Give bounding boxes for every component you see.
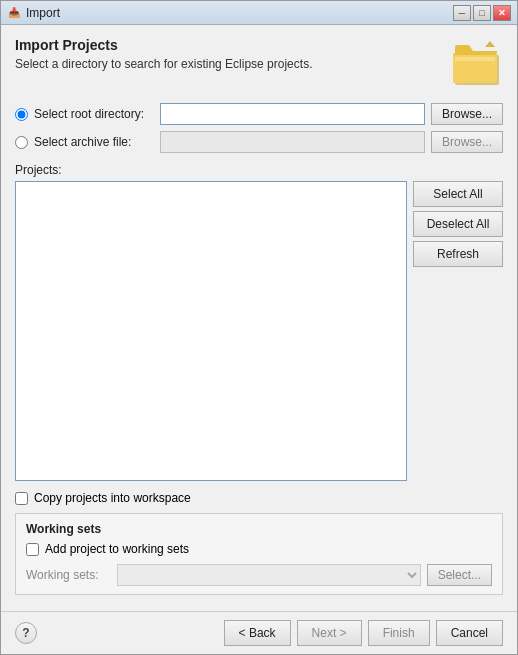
working-sets-label: Working sets: [26, 568, 111, 582]
add-to-working-sets-row: Add project to working sets [26, 542, 492, 556]
copy-projects-label: Copy projects into workspace [34, 491, 191, 505]
projects-area: Select All Deselect All Refresh [15, 181, 503, 481]
finish-button[interactable]: Finish [368, 620, 430, 646]
root-directory-label: Select root directory: [34, 107, 154, 121]
help-button[interactable]: ? [15, 622, 37, 644]
archive-browse-button[interactable]: Browse... [431, 131, 503, 153]
root-browse-button[interactable]: Browse... [431, 103, 503, 125]
header-area: Import Projects Select a directory to se… [15, 37, 503, 89]
working-sets-select-button[interactable]: Select... [427, 564, 492, 586]
form-section: Select root directory: Browse... Select … [15, 103, 503, 153]
select-all-button[interactable]: Select All [413, 181, 503, 207]
projects-label: Projects: [15, 163, 503, 177]
title-bar: 📥 Import ─ □ ✕ [1, 1, 517, 25]
working-sets-section: Working sets Add project to working sets… [15, 513, 503, 595]
archive-file-radio[interactable] [15, 136, 28, 149]
add-working-sets-checkbox[interactable] [26, 543, 39, 556]
copy-projects-checkbox[interactable] [15, 492, 28, 505]
working-sets-dropdown[interactable] [117, 564, 421, 586]
main-content: Import Projects Select a directory to se… [1, 25, 517, 611]
folder-icon [451, 37, 503, 89]
import-dialog: 📥 Import ─ □ ✕ Import Projects Select a … [0, 0, 518, 655]
root-directory-input[interactable] [160, 103, 425, 125]
close-button[interactable]: ✕ [493, 5, 511, 21]
archive-file-label: Select archive file: [34, 135, 154, 149]
working-sets-title: Working sets [26, 522, 492, 536]
cancel-button[interactable]: Cancel [436, 620, 503, 646]
window-controls: ─ □ ✕ [453, 5, 511, 21]
projects-action-buttons: Select All Deselect All Refresh [413, 181, 503, 481]
root-directory-radio[interactable] [15, 108, 28, 121]
window-icon: 📥 [7, 6, 21, 20]
minimize-button[interactable]: ─ [453, 5, 471, 21]
maximize-button[interactable]: □ [473, 5, 491, 21]
archive-file-row: Select archive file: Browse... [15, 131, 503, 153]
projects-list[interactable] [15, 181, 407, 481]
page-title: Import Projects [15, 37, 451, 53]
copy-checkbox-row: Copy projects into workspace [15, 491, 503, 505]
page-description: Select a directory to search for existin… [15, 57, 451, 71]
next-button[interactable]: Next > [297, 620, 362, 646]
deselect-all-button[interactable]: Deselect All [413, 211, 503, 237]
window-title: Import [26, 6, 453, 20]
svg-rect-3 [455, 57, 495, 61]
root-directory-row: Select root directory: Browse... [15, 103, 503, 125]
back-button[interactable]: < Back [224, 620, 291, 646]
dialog-footer: ? < Back Next > Finish Cancel [1, 611, 517, 654]
refresh-button[interactable]: Refresh [413, 241, 503, 267]
working-sets-row: Working sets: Select... [26, 564, 492, 586]
header-text: Import Projects Select a directory to se… [15, 37, 451, 71]
archive-file-input[interactable] [160, 131, 425, 153]
add-working-sets-label: Add project to working sets [45, 542, 189, 556]
